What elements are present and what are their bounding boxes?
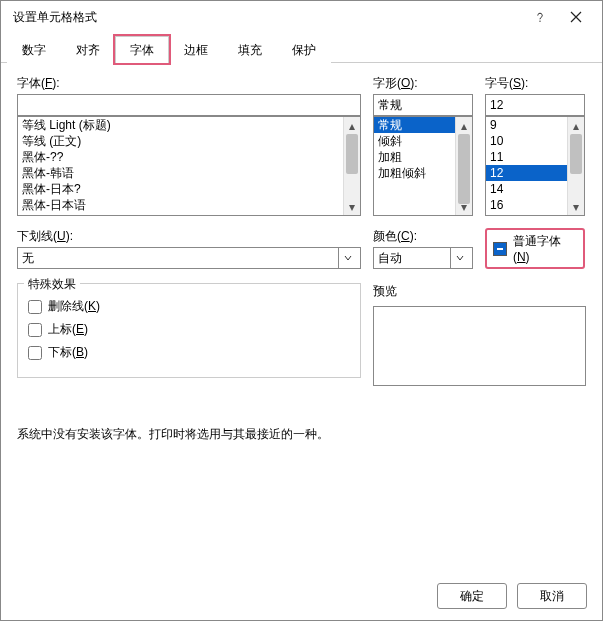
preview-label: 预览 [373,283,586,300]
checkbox-icon [493,242,507,256]
list-item[interactable]: 9 [486,117,567,133]
scroll-up-icon[interactable]: ▴ [456,117,472,134]
window-title: 设置单元格格式 [13,9,522,26]
svg-rect-1 [497,248,503,250]
font-input[interactable] [17,94,361,116]
scroll-up-icon[interactable]: ▴ [344,117,360,134]
scrollbar[interactable]: ▴ ▾ [567,117,584,215]
list-item[interactable]: 黑体-韩语 [18,165,343,181]
scroll-thumb[interactable] [570,134,582,174]
list-item[interactable]: 14 [486,181,567,197]
strike-checkbox[interactable]: 删除线(K) [28,298,350,315]
font-listbox[interactable]: 等线 Light (标题) 等线 (正文) 黑体-?? 黑体-韩语 黑体-日本?… [17,116,361,216]
tab-border[interactable]: 边框 [169,36,223,63]
color-value: 自动 [378,250,402,267]
scrollbar[interactable]: ▴ ▾ [343,117,360,215]
checkbox-input[interactable] [28,300,42,314]
list-item[interactable]: 10 [486,133,567,149]
list-item[interactable]: 黑体-?? [18,149,343,165]
color-combo[interactable]: 自动 [373,247,473,269]
effects-legend: 特殊效果 [24,276,80,293]
scroll-thumb[interactable] [346,134,358,174]
scroll-down-icon[interactable]: ▾ [568,198,584,215]
size-label: 字号(S): [485,75,585,92]
list-item[interactable]: 等线 (正文) [18,133,343,149]
svg-point-0 [539,20,540,21]
style-input-value: 常规 [378,97,402,114]
tab-alignment[interactable]: 对齐 [61,36,115,63]
content: 字体(F): 等线 Light (标题) 等线 (正文) 黑体-?? 黑体-韩语… [1,63,602,461]
ok-button[interactable]: 确定 [437,583,507,609]
subscript-checkbox[interactable]: 下标(B) [28,344,350,361]
chevron-down-icon [450,248,468,268]
preview-box [373,306,586,386]
list-item[interactable]: 16 [486,197,567,213]
close-button[interactable] [558,1,594,33]
tab-protection[interactable]: 保护 [277,36,331,63]
color-label: 颜色(C): [373,228,473,245]
superscript-checkbox[interactable]: 上标(E) [28,321,350,338]
chevron-down-icon [338,248,356,268]
cancel-button[interactable]: 取消 [517,583,587,609]
underline-combo[interactable]: 无 [17,247,361,269]
tab-number[interactable]: 数字 [7,36,61,63]
underline-value: 无 [22,250,34,267]
style-listbox[interactable]: 常规 倾斜 加粗 加粗倾斜 ▴ ▾ [373,116,473,216]
tab-fill[interactable]: 填充 [223,36,277,63]
style-input[interactable]: 常规 [373,94,473,116]
underline-label: 下划线(U): [17,228,361,245]
list-item[interactable]: 12 [486,165,567,181]
checkbox-input[interactable] [28,323,42,337]
list-item[interactable]: 等线 Light (标题) [18,117,343,133]
size-listbox[interactable]: 9 10 11 12 14 16 ▴ ▾ [485,116,585,216]
superscript-label: 上标(E) [48,321,88,338]
effects-group: 特殊效果 删除线(K) 上标(E) 下标(B) [17,283,361,378]
footer: 确定 取消 [437,583,587,609]
normal-font-label: 普通字体(N) [513,233,577,264]
size-input[interactable]: 12 [485,94,585,116]
titlebar: 设置单元格格式 [1,1,602,33]
help-button[interactable] [522,1,558,33]
scrollbar[interactable]: ▴ ▾ [455,117,472,215]
list-item[interactable]: 倾斜 [374,133,455,149]
font-label: 字体(F): [17,75,361,92]
scroll-down-icon[interactable]: ▾ [344,198,360,215]
checkbox-input[interactable] [28,346,42,360]
list-item[interactable]: 黑体-日本? [18,181,343,197]
list-item[interactable]: 常规 [374,117,455,133]
tab-font[interactable]: 字体 [115,36,169,63]
style-label: 字形(O): [373,75,473,92]
scroll-up-icon[interactable]: ▴ [568,117,584,134]
list-item[interactable]: 加粗倾斜 [374,165,455,181]
subscript-label: 下标(B) [48,344,88,361]
note-text: 系统中没有安装该字体。打印时将选用与其最接近的一种。 [17,426,586,443]
strike-label: 删除线(K) [48,298,100,315]
list-item[interactable]: 黑体-日本语 [18,197,343,213]
scroll-thumb[interactable] [458,134,470,204]
tab-bar: 数字 对齐 字体 边框 填充 保护 [1,35,602,63]
size-input-value: 12 [490,98,503,112]
normal-font-checkbox[interactable]: 普通字体(N) [485,228,585,269]
list-item[interactable]: 11 [486,149,567,165]
list-item[interactable]: 加粗 [374,149,455,165]
